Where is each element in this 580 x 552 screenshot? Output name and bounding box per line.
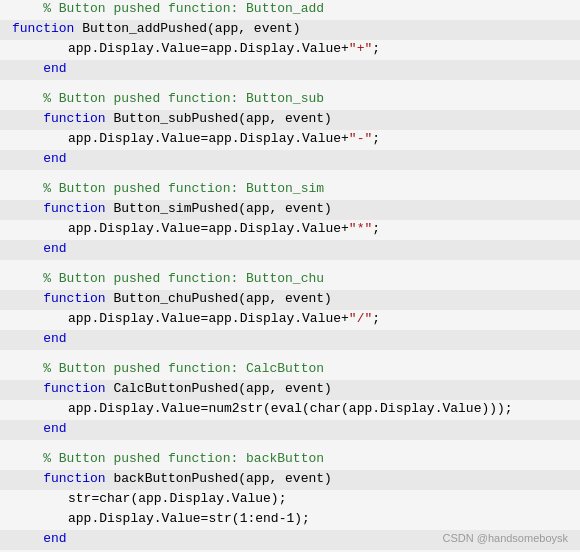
comment-text: % Button pushed function: Button_chu xyxy=(0,271,324,286)
comment-text: % Button pushed function: Button_sim xyxy=(0,181,324,196)
section-button-sub: % Button pushed function: Button_sub fun… xyxy=(0,90,580,170)
code-editor: % Button pushed function: Button_add fun… xyxy=(0,0,580,552)
func-body-text-2: app.Display.Value=str(1:end-1); xyxy=(0,511,310,526)
func-body-line: app.Display.Value=app.Display.Value+"*"; xyxy=(0,220,580,240)
func-body-text: app.Display.Value=app.Display.Value+"+"; xyxy=(0,41,380,56)
watermark: CSDN @handsomeboysk xyxy=(443,532,569,544)
func-body-line: app.Display.Value=app.Display.Value+"/"; xyxy=(0,310,580,330)
func-decl-text: function Button_addPushed(app, event) xyxy=(0,21,301,36)
end-text: end xyxy=(0,61,67,76)
comment-text: % Button pushed function: backButton xyxy=(0,451,324,466)
section-button-sim: % Button pushed function: Button_sim fun… xyxy=(0,180,580,260)
section-button-add: % Button pushed function: Button_add fun… xyxy=(0,0,580,80)
func-body-line: app.Display.Value=app.Display.Value+"+"; xyxy=(0,40,580,60)
comment-line: % Button pushed function: Button_sub xyxy=(0,90,580,110)
func-decl-line: function CalcButtonPushed(app, event) xyxy=(0,380,580,400)
func-decl-text: function backButtonPushed(app, event) xyxy=(0,471,332,486)
func-decl-line: function Button_chuPushed(app, event) xyxy=(0,290,580,310)
section-button-chu: % Button pushed function: Button_chu fun… xyxy=(0,270,580,350)
func-decl-line: function Button_addPushed(app, event) xyxy=(0,20,580,40)
func-body-line: app.Display.Value=app.Display.Value+"-"; xyxy=(0,130,580,150)
func-body-line-1: str=char(app.Display.Value); xyxy=(0,490,580,510)
comment-line: % Button pushed function: Button_sim xyxy=(0,180,580,200)
comment-text: % Button pushed function: Button_sub xyxy=(0,91,324,106)
func-decl-line: function Button_simPushed(app, event) xyxy=(0,200,580,220)
func-decl-line: function Button_subPushed(app, event) xyxy=(0,110,580,130)
section-calc-button: % Button pushed function: CalcButton fun… xyxy=(0,360,580,440)
comment-line: % Button pushed function: Button_add xyxy=(0,0,580,20)
end-text: end xyxy=(0,421,67,436)
func-decl-text: function Button_subPushed(app, event) xyxy=(0,111,332,126)
end-text: end xyxy=(0,331,67,346)
end-line: end xyxy=(0,420,580,440)
func-body-text: app.Display.Value=app.Display.Value+"*"; xyxy=(0,221,380,236)
comment-text: % Button pushed function: Button_add xyxy=(0,1,324,16)
func-body-line-2: app.Display.Value=str(1:end-1); xyxy=(0,510,580,530)
comment-line: % Button pushed function: backButton xyxy=(0,450,580,470)
end-line: end xyxy=(0,330,580,350)
func-decl-line: function backButtonPushed(app, event) xyxy=(0,470,580,490)
func-decl-text: function CalcButtonPushed(app, event) xyxy=(0,381,332,396)
end-text: end xyxy=(0,241,67,256)
end-text: end xyxy=(0,531,67,546)
end-line: end xyxy=(0,60,580,80)
end-line: end xyxy=(0,240,580,260)
comment-line: % Button pushed function: CalcButton xyxy=(0,360,580,380)
func-body-text: app.Display.Value=num2str(eval(char(app.… xyxy=(0,401,513,416)
func-decl-text: function Button_simPushed(app, event) xyxy=(0,201,332,216)
func-body-text: app.Display.Value=app.Display.Value+"-"; xyxy=(0,131,380,146)
comment-line: % Button pushed function: Button_chu xyxy=(0,270,580,290)
func-body-line: app.Display.Value=num2str(eval(char(app.… xyxy=(0,400,580,420)
func-body-text: app.Display.Value=app.Display.Value+"/"; xyxy=(0,311,380,326)
func-body-text-1: str=char(app.Display.Value); xyxy=(0,491,286,506)
func-decl-text: function Button_chuPushed(app, event) xyxy=(0,291,332,306)
end-line: end xyxy=(0,150,580,170)
end-text: end xyxy=(0,151,67,166)
comment-text: % Button pushed function: CalcButton xyxy=(0,361,324,376)
